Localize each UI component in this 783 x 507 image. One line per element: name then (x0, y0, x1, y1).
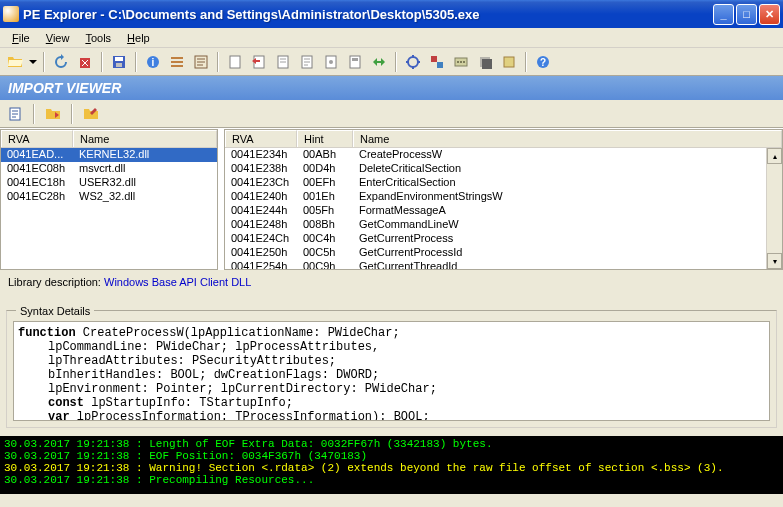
svg-rect-3 (116, 63, 122, 67)
svg-point-23 (460, 61, 462, 63)
window-title: PE Explorer - C:\Documents and Settings\… (23, 7, 713, 22)
col-name[interactable]: Name (73, 130, 217, 147)
menu-file[interactable]: File (4, 30, 38, 46)
main-toolbar: i ? (0, 48, 783, 76)
tool3-button[interactable] (450, 51, 472, 73)
sub-edit-button[interactable] (80, 103, 102, 125)
sub-folder-button[interactable] (42, 103, 64, 125)
col-rva2[interactable]: RVA (225, 130, 297, 147)
table-row[interactable]: 0041E23Ch00EFhEnterCriticalSection (225, 176, 766, 190)
table-row[interactable]: 0041EC08hmsvcrt.dll (1, 162, 217, 176)
svg-rect-25 (504, 57, 514, 67)
help-button[interactable]: ? (532, 51, 554, 73)
svg-rect-20 (437, 62, 443, 68)
table-row[interactable]: 0041E248h008BhGetCommandLineW (225, 218, 766, 232)
tool4-button[interactable] (474, 51, 496, 73)
table-row[interactable]: 0041E244h005FhFormatMessageA (225, 204, 766, 218)
table-row[interactable]: 0041E240h001EhExpandEnvironmentStringsW (225, 190, 766, 204)
console-line-warning: 30.03.2017 19:21:38 : Warning! Section <… (4, 462, 779, 474)
table-row[interactable]: 0041E24Ch00C4hGetCurrentProcess (225, 232, 766, 246)
tool5-button[interactable] (498, 51, 520, 73)
svg-text:?: ? (540, 57, 546, 68)
svg-point-22 (457, 61, 459, 63)
minimize-button[interactable]: _ (713, 4, 734, 25)
table-row[interactable]: 0041EC28hWS2_32.dll (1, 190, 217, 204)
svg-rect-17 (352, 58, 358, 61)
delete-button[interactable] (74, 51, 96, 73)
syntax-content[interactable]: function CreateProcessW(lpApplicationNam… (13, 321, 770, 421)
console-output: 30.03.2017 19:21:38 : Length of EOF Extr… (0, 436, 783, 494)
dll-list-pane: RVA Name 0041EAD...KERNEL32.dll0041EC08h… (0, 129, 218, 270)
section-header: IMPORT VIEWER (0, 76, 783, 100)
function-list-pane: RVA Hint Name 0041E234h00ABhCreateProces… (224, 129, 783, 270)
col-rva[interactable]: RVA (1, 130, 73, 147)
table-row[interactable]: 0041EAD...KERNEL32.dll (1, 148, 217, 162)
sub-toolbar (0, 100, 783, 128)
console-line: 30.03.2017 19:21:38 : Precompiling Resou… (4, 474, 779, 486)
menubar: File View Tools Help (0, 28, 783, 48)
table-row[interactable]: 0041E254h00C9hGetCurrentThreadId (225, 260, 766, 269)
svg-rect-8 (171, 65, 183, 67)
svg-text:i: i (152, 57, 155, 68)
col-hint[interactable]: Hint (297, 130, 353, 147)
table-row[interactable]: 0041E234h00ABhCreateProcessW (225, 148, 766, 162)
page3-button[interactable] (296, 51, 318, 73)
svg-point-15 (329, 60, 333, 64)
console-line: 30.03.2017 19:21:38 : Length of EOF Extr… (4, 438, 779, 450)
table-row[interactable]: 0041EC18hUSER32.dll (1, 176, 217, 190)
save-button[interactable] (108, 51, 130, 73)
function-grid-body[interactable]: 0041E234h00ABhCreateProcessW0041E238h00D… (225, 148, 766, 269)
sub-doc-button[interactable] (4, 103, 26, 125)
nav-button[interactable] (368, 51, 390, 73)
list-button[interactable] (166, 51, 188, 73)
table-row[interactable]: 0041E250h00C5hGetCurrentProcessId (225, 246, 766, 260)
info-button[interactable]: i (142, 51, 164, 73)
dropdown-icon[interactable] (28, 51, 38, 73)
refresh-button[interactable] (50, 51, 72, 73)
import-button[interactable] (248, 51, 270, 73)
svg-rect-19 (431, 56, 437, 62)
text-button[interactable] (190, 51, 212, 73)
titlebar[interactable]: PE Explorer - C:\Documents and Settings\… (0, 0, 783, 28)
app-icon (3, 6, 19, 22)
svg-rect-7 (171, 61, 183, 63)
page4-button[interactable] (320, 51, 342, 73)
menu-view[interactable]: View (38, 30, 78, 46)
col-name2[interactable]: Name (353, 130, 782, 147)
console-line: 30.03.2017 19:21:38 : EOF Position: 0034… (4, 450, 779, 462)
svg-point-24 (463, 61, 465, 63)
syntax-details-box: Syntax Details function CreateProcessW(l… (6, 298, 777, 428)
close-button[interactable]: ✕ (759, 4, 780, 25)
dll-grid-body[interactable]: 0041EAD...KERNEL32.dll0041EC08hmsvcrt.dl… (1, 148, 217, 269)
table-row[interactable]: 0041E238h00D4hDeleteCriticalSection (225, 162, 766, 176)
lib-desc-label: Library description: (8, 276, 101, 288)
page5-button[interactable] (344, 51, 366, 73)
scroll-up-icon[interactable]: ▴ (767, 148, 782, 164)
syntax-label: Syntax Details (16, 305, 94, 317)
maximize-button[interactable]: □ (736, 4, 757, 25)
panes: RVA Name 0041EAD...KERNEL32.dll0041EC08h… (0, 128, 783, 270)
page-button[interactable] (224, 51, 246, 73)
svg-rect-16 (350, 56, 360, 68)
svg-point-18 (408, 57, 418, 67)
scrollbar[interactable]: ▴ ▾ (766, 148, 782, 269)
svg-rect-6 (171, 57, 183, 59)
menu-help[interactable]: Help (119, 30, 158, 46)
lib-desc-link[interactable]: Windows Base API Client DLL (104, 276, 251, 288)
export-button[interactable] (272, 51, 294, 73)
svg-rect-2 (115, 57, 123, 61)
tool1-button[interactable] (402, 51, 424, 73)
menu-tools[interactable]: Tools (77, 30, 119, 46)
svg-rect-10 (230, 56, 240, 68)
open-button[interactable] (4, 51, 26, 73)
scroll-down-icon[interactable]: ▾ (767, 253, 782, 269)
library-description: Library description: Windows Base API Cl… (0, 270, 783, 294)
tool2-button[interactable] (426, 51, 448, 73)
